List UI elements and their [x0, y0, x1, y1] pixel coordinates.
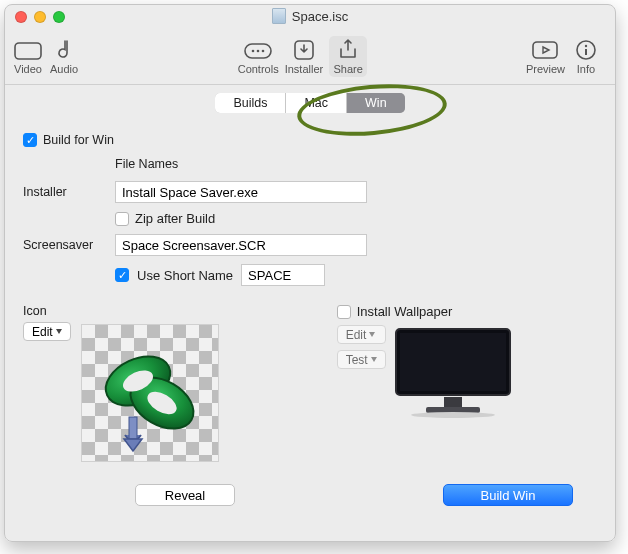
toolbar-share-label: Share	[334, 63, 363, 75]
seg-win[interactable]: Win	[347, 93, 405, 113]
toolbar: Video Audio Controls Installer Share	[5, 27, 615, 85]
download-arrow-icon	[120, 415, 146, 457]
seg-mac[interactable]: Mac	[286, 93, 347, 113]
toolbar-video-label: Video	[14, 63, 42, 75]
zip-after-build-label: Zip after Build	[135, 211, 215, 226]
installer-label: Installer	[23, 185, 109, 199]
toolbar-preview-label: Preview	[526, 63, 565, 75]
toolbar-video[interactable]: Video	[13, 38, 43, 75]
svg-rect-14	[129, 417, 137, 439]
toolbar-installer-label: Installer	[285, 63, 324, 75]
icon-preview	[81, 324, 219, 462]
wallpaper-test-label: Test	[346, 353, 368, 367]
build-for-win-label: Build for Win	[43, 133, 114, 147]
window-title: Space.isc	[292, 9, 348, 24]
svg-point-8	[585, 45, 587, 47]
install-wallpaper-label: Install Wallpaper	[357, 304, 453, 319]
installer-icon	[289, 38, 319, 62]
build-win-button[interactable]: Build Win	[443, 484, 573, 506]
preview-icon	[530, 38, 560, 62]
monitor-preview	[394, 325, 512, 419]
toolbar-controls-label: Controls	[238, 63, 279, 75]
toolbar-audio-label: Audio	[50, 63, 78, 75]
toolbar-audio[interactable]: Audio	[49, 38, 79, 75]
svg-rect-16	[400, 333, 506, 391]
zip-after-build-row[interactable]: Zip after Build	[115, 211, 597, 226]
wallpaper-test-button[interactable]: Test	[337, 350, 386, 369]
toolbar-info[interactable]: Info	[571, 38, 601, 75]
svg-rect-9	[585, 49, 587, 55]
traffic-lights	[15, 11, 65, 23]
document-icon	[272, 8, 286, 24]
toolbar-preview[interactable]: Preview	[526, 38, 565, 75]
zoom-window-button[interactable]	[53, 11, 65, 23]
icon-edit-button[interactable]: Edit	[23, 322, 71, 341]
toolbar-controls[interactable]: Controls	[238, 38, 279, 75]
wallpaper-edit-button[interactable]: Edit	[337, 325, 386, 344]
file-names-header: File Names	[115, 157, 597, 171]
svg-point-4	[262, 50, 265, 53]
knot-icon	[82, 325, 218, 461]
seg-builds[interactable]: Builds	[215, 93, 286, 113]
svg-point-3	[257, 50, 260, 53]
toolbar-info-label: Info	[577, 63, 595, 75]
icon-edit-label: Edit	[32, 325, 53, 339]
screensaver-label: Screensaver	[23, 238, 109, 252]
audio-icon	[49, 38, 79, 62]
chevron-down-icon	[371, 357, 377, 362]
wallpaper-edit-label: Edit	[346, 328, 367, 342]
share-icon	[333, 38, 363, 62]
svg-rect-0	[15, 43, 41, 59]
shortname-checkbox[interactable]	[115, 268, 129, 282]
minimize-window-button[interactable]	[34, 11, 46, 23]
shortname-field[interactable]	[241, 264, 325, 286]
platform-segment: Builds Mac Win	[215, 93, 404, 113]
chevron-down-icon	[56, 329, 62, 334]
screensaver-field[interactable]	[115, 234, 367, 256]
reveal-button[interactable]: Reveal	[135, 484, 235, 506]
zip-after-build-checkbox[interactable]	[115, 212, 129, 226]
chevron-down-icon	[369, 332, 375, 337]
install-wallpaper-row[interactable]: Install Wallpaper	[337, 304, 512, 319]
video-icon	[13, 38, 43, 62]
close-window-button[interactable]	[15, 11, 27, 23]
installer-field[interactable]	[115, 181, 367, 203]
build-for-win-row[interactable]: Build for Win	[23, 133, 597, 147]
svg-rect-17	[444, 397, 462, 407]
icon-label: Icon	[23, 304, 219, 318]
svg-point-2	[252, 50, 255, 53]
svg-point-19	[411, 412, 495, 418]
install-wallpaper-checkbox[interactable]	[337, 305, 351, 319]
svg-rect-6	[533, 42, 557, 58]
build-for-win-checkbox[interactable]	[23, 133, 37, 147]
controls-icon	[243, 38, 273, 62]
segment-row: Builds Mac Win	[5, 93, 615, 113]
toolbar-share[interactable]: Share	[329, 36, 367, 77]
app-window: Space.isc Video Audio Controls	[4, 4, 616, 542]
shortname-label: Use Short Name	[137, 268, 233, 283]
info-icon	[571, 38, 601, 62]
toolbar-installer[interactable]: Installer	[285, 38, 324, 75]
titlebar: Space.isc	[5, 5, 615, 27]
